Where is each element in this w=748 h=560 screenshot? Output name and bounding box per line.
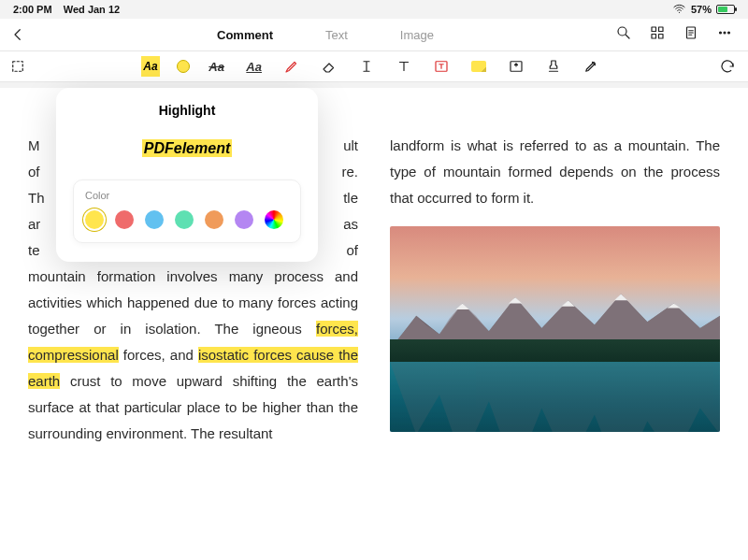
color-swatch-yellow[interactable]	[85, 210, 104, 229]
marker-tool[interactable]	[281, 56, 302, 77]
grid-icon[interactable]	[649, 24, 666, 45]
stamp-tool[interactable]	[543, 56, 564, 77]
mode-tabs: Comment Text Image	[36, 28, 615, 42]
svg-rect-4	[652, 35, 656, 39]
back-button[interactable]	[0, 26, 36, 43]
body-text: landform is what is referred to as a mou…	[390, 137, 720, 206]
svg-rect-5	[659, 35, 664, 39]
svg-point-9	[728, 32, 730, 34]
color-swatch-orange[interactable]	[205, 210, 223, 229]
page-icon[interactable]	[683, 24, 699, 45]
svg-rect-3	[659, 27, 664, 32]
pen-tool[interactable]	[581, 56, 601, 77]
svg-rect-10	[13, 62, 23, 72]
image-tool[interactable]	[506, 56, 526, 77]
battery-pct: 57%	[691, 4, 712, 15]
highlight-sample: PDFelement	[73, 140, 301, 157]
svg-point-1	[618, 27, 626, 36]
svg-marker-18	[509, 297, 522, 304]
color-swatch-teal[interactable]	[175, 210, 194, 229]
svg-point-7	[720, 32, 722, 34]
text-tool[interactable]	[394, 56, 414, 77]
body-text: mountain formation involves many process…	[28, 268, 358, 337]
svg-point-0	[679, 11, 680, 12]
popover-title: Highlight	[73, 103, 301, 118]
eraser-tool[interactable]	[319, 56, 339, 77]
sticky-note-tool[interactable]	[468, 56, 489, 77]
tab-text[interactable]: Text	[325, 28, 348, 42]
svg-rect-2	[652, 27, 656, 32]
status-time: 2:00 PM	[13, 4, 52, 15]
color-swatch-blue[interactable]	[145, 210, 164, 229]
tab-image[interactable]: Image	[400, 28, 434, 42]
selection-tool[interactable]	[0, 50, 36, 82]
textbox-tool[interactable]	[431, 56, 452, 77]
svg-marker-22	[390, 362, 720, 432]
color-swatch-purple[interactable]	[235, 210, 253, 229]
status-right: 57%	[672, 2, 735, 18]
status-left: 2:00 PM Wed Jan 12	[13, 4, 120, 15]
wifi-icon	[672, 2, 686, 18]
color-swatch-red[interactable]	[115, 210, 134, 229]
underline-tool[interactable]: Aa	[244, 56, 265, 77]
right-column[interactable]: landform is what is referred to as a mou…	[390, 133, 720, 560]
status-bar: 2:00 PM Wed Jan 12 57%	[0, 0, 748, 19]
tab-comment[interactable]: Comment	[217, 28, 273, 42]
top-bar: Comment Text Image	[0, 19, 748, 50]
search-icon[interactable]	[615, 24, 632, 45]
highlight-popover: Highlight PDFelement Color	[56, 88, 318, 262]
color-swatches	[85, 210, 289, 229]
status-date: Wed Jan 12	[64, 4, 120, 15]
strikethrough-tool[interactable]: Aa	[207, 56, 227, 77]
more-icon[interactable]	[716, 24, 733, 45]
svg-marker-17	[456, 304, 469, 310]
color-card: Color	[73, 179, 301, 243]
svg-marker-19	[562, 300, 575, 307]
text-caret-tool[interactable]	[356, 56, 377, 77]
annotation-toolbar: Aa Aa Aa	[0, 50, 748, 82]
color-label: Color	[85, 190, 289, 201]
svg-marker-20	[614, 294, 627, 301]
highlight-tool[interactable]: Aa	[141, 56, 159, 77]
top-right-actions	[615, 24, 748, 45]
svg-marker-21	[668, 304, 681, 309]
highlight-color-tool[interactable]	[177, 60, 190, 73]
mountain-image	[390, 226, 720, 432]
svg-point-8	[724, 32, 726, 34]
color-picker-button[interactable]	[265, 210, 283, 229]
undo-button[interactable]	[707, 58, 748, 75]
battery-icon	[716, 5, 735, 14]
